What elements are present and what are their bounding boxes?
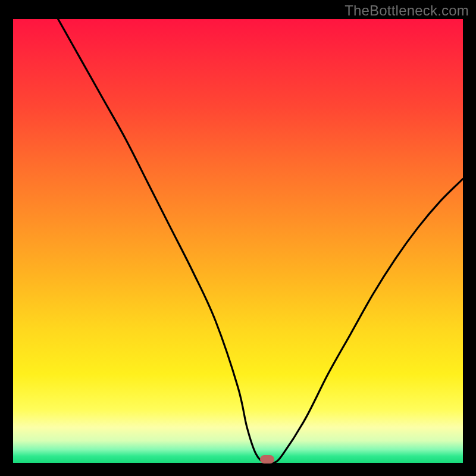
bottleneck-curve xyxy=(13,19,463,463)
chart-frame: TheBottleneck.com xyxy=(0,0,476,476)
optimum-marker xyxy=(260,455,274,464)
watermark-text: TheBottleneck.com xyxy=(345,2,469,19)
plot-area xyxy=(13,19,463,463)
